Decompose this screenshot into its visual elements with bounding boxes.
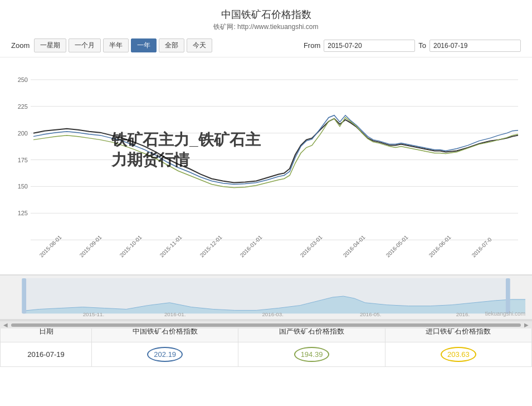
- zoom-btn-month[interactable]: 一个月: [69, 38, 101, 52]
- nav-watermark: tiekuangshi.com: [485, 311, 525, 317]
- zoom-btn-year[interactable]: 一年: [131, 38, 157, 52]
- svg-text:150: 150: [18, 183, 28, 190]
- from-label: From: [304, 41, 320, 50]
- svg-text:225: 225: [18, 103, 28, 110]
- zoom-btn-halfyear[interactable]: 半年: [103, 38, 129, 52]
- zoom-btn-week[interactable]: 一星期: [34, 38, 66, 52]
- svg-text:2016-03.: 2016-03.: [262, 311, 284, 317]
- svg-rect-0: [0, 57, 532, 274]
- date-range: From To: [304, 40, 521, 52]
- scrollbar-area: ◀ ▶: [0, 321, 532, 328]
- page-wrapper: 中国铁矿石价格指数 铁矿网: http://www.tiekuangshi.co…: [0, 0, 532, 367]
- to-date-input[interactable]: [429, 40, 521, 52]
- chart-title: 中国铁矿石价格指数: [0, 8, 532, 21]
- svg-text:250: 250: [18, 76, 28, 83]
- svg-text:2016.: 2016.: [456, 311, 470, 317]
- svg-text:200: 200: [18, 130, 28, 137]
- navigator-container: 2015-11. 2016-01. 2016-03. 2016-05. 2016…: [0, 275, 532, 320]
- scroll-left-arrow[interactable]: ◀: [2, 322, 9, 328]
- cell-import-index: 203.63: [385, 342, 531, 367]
- scroll-right-arrow[interactable]: ▶: [523, 322, 530, 328]
- zoom-btn-today[interactable]: 今天: [187, 38, 212, 52]
- china-index-value: 202.19: [147, 347, 183, 362]
- scroll-track[interactable]: [11, 323, 521, 327]
- svg-text:2016-01.: 2016-01.: [164, 311, 186, 317]
- chart-container: 250 225 200 175 150 125 2015-08-01 2015-…: [0, 57, 532, 275]
- cell-date: 2016-07-19: [1, 342, 92, 367]
- svg-text:175: 175: [18, 157, 28, 163]
- chart-subtitle: 铁矿网: http://www.tiekuangshi.com: [0, 22, 532, 32]
- svg-text:2016-05.: 2016-05.: [360, 311, 382, 317]
- toolbar: Zoom 一星期 一个月 半年 一年 全部 今天 From To: [0, 34, 532, 57]
- zoom-btn-all[interactable]: 全部: [159, 38, 184, 52]
- chart-header: 中国铁矿石价格指数 铁矿网: http://www.tiekuangshi.co…: [0, 0, 532, 34]
- scroll-thumb: [11, 323, 521, 327]
- zoom-label: Zoom: [11, 41, 30, 50]
- cell-china-index: 202.19: [92, 342, 238, 367]
- svg-text:125: 125: [18, 210, 28, 216]
- import-index-value: 203.63: [441, 347, 476, 362]
- svg-rect-27: [22, 278, 26, 313]
- from-date-input[interactable]: [324, 40, 415, 52]
- svg-text:2015-11.: 2015-11.: [83, 311, 105, 317]
- table-row: 2016-07-19 202.19 194.39 203.63: [1, 342, 532, 367]
- svg-rect-28: [506, 278, 510, 313]
- navigator-svg: 2015-11. 2016-01. 2016-03. 2016-05. 2016…: [0, 276, 532, 319]
- svg-rect-29: [26, 278, 506, 313]
- chart-svg: 250 225 200 175 150 125 2015-08-01 2015-…: [0, 57, 532, 274]
- cell-domestic-index: 194.39: [238, 342, 385, 367]
- domestic-index-value: 194.39: [294, 347, 330, 362]
- to-label: To: [418, 41, 426, 50]
